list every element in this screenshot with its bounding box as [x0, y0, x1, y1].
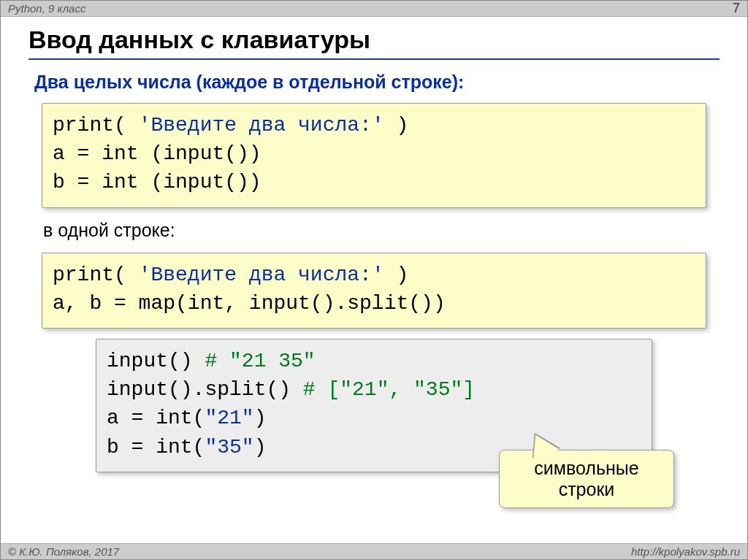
code-line: input().split() # ["21", "35"] — [107, 375, 641, 404]
subtitle: Два целых числа (каждое в отдельной стро… — [1, 67, 747, 100]
callout-line: символьные — [505, 458, 668, 479]
title-rule — [28, 58, 720, 60]
code-line: print( 'Введите два числа:' ) — [53, 111, 695, 139]
callout-line: строки — [505, 479, 668, 500]
code-line: a = int("21") — [107, 404, 641, 432]
note-text: в одной строке: — [1, 218, 747, 250]
footer-left: © К.Ю. Поляков, 2017 — [8, 545, 119, 558]
footer-right: http://kpolyakov.spb.ru — [631, 545, 740, 558]
code-line: print( 'Введите два числа:' ) — [53, 261, 695, 289]
slide-title: Ввод данных с клавиатуры — [1, 17, 747, 57]
page-number: 7 — [733, 1, 740, 16]
code-line: a, b = map(int, input().split()) — [53, 289, 695, 318]
code-block-2: print( 'Введите два числа:' ) a, b = map… — [42, 253, 706, 329]
slide-footer: © К.Ю. Поляков, 2017 http://kpolyakov.sp… — [1, 543, 747, 559]
slide-header: Python, 9 класс 7 — [1, 1, 747, 17]
callout: символьные строки — [499, 450, 674, 508]
code-line: input() # "21 35" — [107, 347, 641, 375]
header-left: Python, 9 класс — [8, 2, 85, 15]
code-block-1: print( 'Введите два числа:' ) a = int (i… — [42, 103, 706, 208]
code-line: b = int (input()) — [53, 168, 695, 196]
code-line: a = int (input()) — [53, 139, 695, 168]
